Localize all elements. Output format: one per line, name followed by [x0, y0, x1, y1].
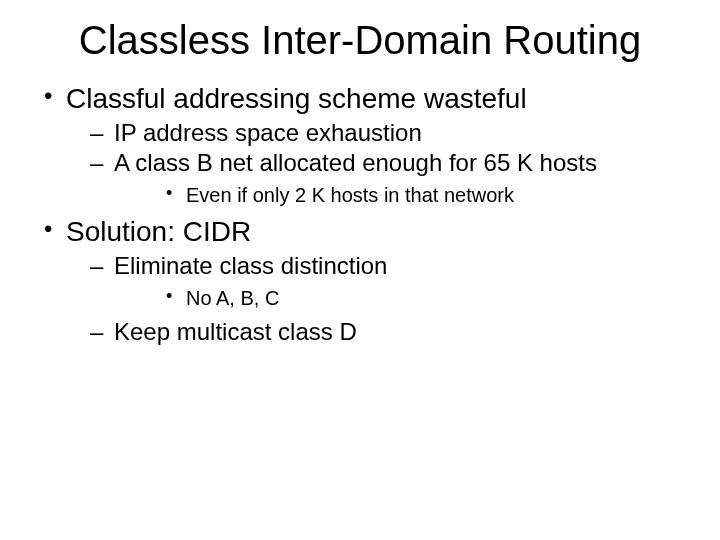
bullet-sublist: Eliminate class distinction No A, B, C K…: [66, 251, 680, 347]
bullet-text: Even if only 2 K hosts in that network: [186, 184, 514, 206]
bullet-text: Classful addressing scheme wasteful: [66, 83, 527, 114]
slide: Classless Inter-Domain Routing Classful …: [0, 0, 720, 540]
bullet-level3: No A, B, C: [114, 285, 680, 311]
bullet-text: Solution: CIDR: [66, 216, 251, 247]
bullet-text: IP address space exhaustion: [114, 119, 422, 146]
bullet-level2: Keep multicast class D: [66, 317, 680, 347]
bullet-level2: A class B net allocated enough for 65 K …: [66, 148, 680, 208]
bullet-sublist: IP address space exhaustion A class B ne…: [66, 118, 680, 208]
bullet-list: Classful addressing scheme wasteful IP a…: [40, 81, 680, 347]
bullet-text: Keep multicast class D: [114, 318, 357, 345]
bullet-subsublist: Even if only 2 K hosts in that network: [114, 182, 680, 208]
bullet-level2: Eliminate class distinction No A, B, C: [66, 251, 680, 311]
bullet-level1: Solution: CIDR Eliminate class distincti…: [40, 214, 680, 347]
bullet-subsublist: No A, B, C: [114, 285, 680, 311]
slide-title: Classless Inter-Domain Routing: [40, 18, 680, 63]
bullet-text: Eliminate class distinction: [114, 252, 387, 279]
bullet-text: A class B net allocated enough for 65 K …: [114, 149, 597, 176]
bullet-level2: IP address space exhaustion: [66, 118, 680, 148]
bullet-text: No A, B, C: [186, 287, 279, 309]
bullet-level1: Classful addressing scheme wasteful IP a…: [40, 81, 680, 208]
bullet-level3: Even if only 2 K hosts in that network: [114, 182, 680, 208]
